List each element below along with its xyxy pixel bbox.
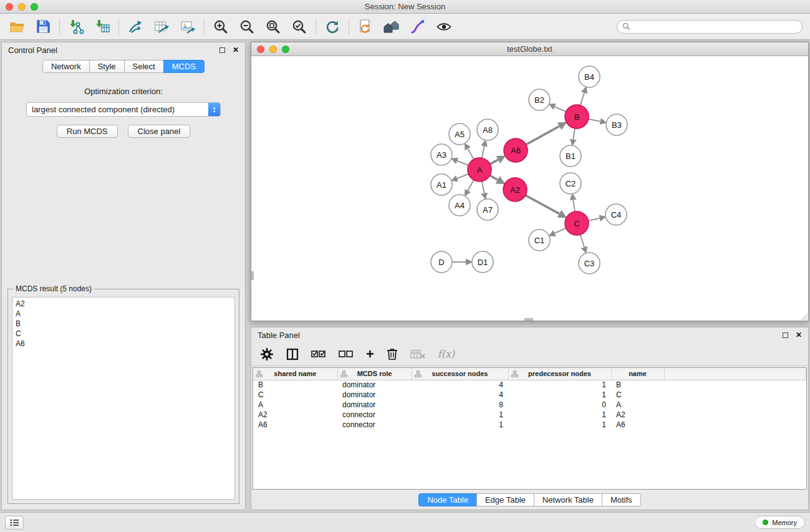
graph-node-D[interactable]: D <box>431 251 452 273</box>
delete-table-button[interactable] <box>410 347 425 362</box>
tab-mcds[interactable]: MCDS <box>163 60 205 73</box>
graph-node-B1[interactable]: B1 <box>560 145 581 167</box>
tab-edge-table[interactable]: Edge Table <box>476 493 534 506</box>
tab-network-table[interactable]: Network Table <box>534 493 602 506</box>
tab-motifs[interactable]: Motifs <box>602 493 641 506</box>
mcds-result-item[interactable]: A2 <box>16 299 231 309</box>
column-header-successor-nodes[interactable]: successor nodes <box>412 368 508 380</box>
column-header-mcds-role[interactable]: MCDS role <box>337 368 412 380</box>
network-canvas[interactable]: B4B2BB3A5A8A6B1A3AC2A1A2A4A7C4CC1C3DD1 <box>251 56 808 321</box>
zoom-out-button[interactable] <box>238 17 256 36</box>
graph-edge-A-A7[interactable] <box>482 181 485 193</box>
copy-style-button[interactable] <box>356 17 375 36</box>
close-panel-button[interactable]: Close panel <box>128 125 191 138</box>
table-row[interactable]: Bdominator41B <box>253 380 806 390</box>
tab-node-table[interactable]: Node Table <box>418 493 477 506</box>
column-header-shared-name[interactable]: shared name <box>253 368 337 380</box>
memory-button[interactable]: Memory <box>755 516 805 529</box>
close-window-button[interactable] <box>6 3 13 11</box>
graph-edge-A2-C[interactable] <box>526 195 559 214</box>
graph-edge-A-A2[interactable] <box>490 175 498 180</box>
add-column-button[interactable]: + <box>366 347 374 362</box>
import-table-button[interactable] <box>93 17 112 36</box>
graph-node-A7[interactable]: A7 <box>477 199 498 220</box>
float-panel-icon[interactable] <box>219 47 225 53</box>
tab-style[interactable]: Style <box>89 60 125 73</box>
close-panel-icon[interactable]: ✕ <box>233 46 239 54</box>
zoom-selected-button[interactable] <box>290 17 309 36</box>
select-all-button[interactable] <box>311 347 326 362</box>
graph-node-C[interactable]: C <box>565 211 589 235</box>
table-settings-button[interactable] <box>260 347 274 362</box>
graph-node-A4[interactable]: A4 <box>449 195 470 216</box>
graph-node-D1[interactable]: D1 <box>472 251 493 273</box>
unselect-all-button[interactable] <box>339 347 354 362</box>
zoom-in-button[interactable] <box>211 17 230 36</box>
graph-edge-C-C3[interactable] <box>581 235 584 247</box>
network-zoom-button[interactable] <box>282 46 289 53</box>
function-builder-button[interactable]: f(x) <box>438 347 455 362</box>
save-session-button[interactable] <box>34 17 52 36</box>
graph-edge-A6-B[interactable] <box>526 126 559 144</box>
resize-grip[interactable] <box>800 312 808 320</box>
graph-edge-A-A8[interactable] <box>482 146 485 158</box>
graph-edge-A-A1[interactable] <box>457 174 468 178</box>
graph-edge-B-B1[interactable] <box>573 128 575 140</box>
graph-node-A6[interactable]: A6 <box>504 138 528 162</box>
mcds-result-item[interactable]: A <box>16 309 231 319</box>
tab-select[interactable]: Select <box>124 60 164 73</box>
graph-node-C1[interactable]: C1 <box>529 230 550 251</box>
show-hide-button[interactable] <box>435 17 453 36</box>
zoom-window-button[interactable] <box>31 3 38 11</box>
graph-edge-C-C1[interactable] <box>555 228 566 233</box>
show-columns-button[interactable] <box>286 347 299 362</box>
column-header-predecessor-nodes[interactable]: predecessor nodes <box>508 368 611 380</box>
export-table-button[interactable] <box>152 17 171 36</box>
graph-edge-A-A3[interactable] <box>457 161 468 165</box>
zoom-fit-button[interactable] <box>264 17 282 36</box>
mcds-result-item[interactable]: B <box>16 319 231 329</box>
graph-node-B4[interactable]: B4 <box>579 66 600 87</box>
graph-node-A8[interactable]: A8 <box>477 119 498 140</box>
show-panels-button[interactable] <box>5 516 24 530</box>
delete-column-button[interactable] <box>387 347 398 362</box>
network-graph[interactable]: B4B2BB3A5A8A6B1A3AC2A1A2A4A7C4CC1C3DD1 <box>251 56 806 321</box>
export-network-button[interactable] <box>126 17 145 36</box>
graph-node-C4[interactable]: C4 <box>605 204 627 225</box>
run-mcds-button[interactable]: Run MCDS <box>57 125 118 138</box>
home-button[interactable] <box>382 17 401 36</box>
network-minimize-button[interactable] <box>269 46 277 53</box>
mcds-result-item[interactable]: C <box>16 329 231 339</box>
network-close-button[interactable] <box>257 46 264 53</box>
graph-edge-B-B4[interactable] <box>581 93 584 105</box>
mcds-result-list[interactable]: A2ABCA6 <box>12 297 235 500</box>
tab-network[interactable]: Network <box>42 60 90 73</box>
graph-node-A1[interactable]: A1 <box>431 174 452 195</box>
mcds-result-item[interactable]: A6 <box>16 339 231 349</box>
graph-node-B2[interactable]: B2 <box>529 89 550 110</box>
export-image-button[interactable] <box>178 17 197 36</box>
graph-edge-C-C4[interactable] <box>589 218 600 221</box>
table-row[interactable]: A2connector11A2 <box>253 410 806 420</box>
graph-node-A3[interactable]: A3 <box>431 144 452 165</box>
graph-node-C2[interactable]: C2 <box>560 173 581 194</box>
graph-edge-A-A6[interactable] <box>490 160 498 164</box>
float-panel-icon[interactable] <box>783 332 788 338</box>
table-row[interactable]: A6connector11A6 <box>253 420 806 430</box>
graph-node-A[interactable]: A <box>468 158 491 181</box>
minimize-window-button[interactable] <box>18 3 26 11</box>
vertical-scroll-hint[interactable] <box>251 271 254 280</box>
graph-node-A2[interactable]: A2 <box>503 178 527 201</box>
graph-edge-B-B2[interactable] <box>555 107 566 112</box>
search-field[interactable] <box>617 20 803 34</box>
graph-edge-A-A4[interactable] <box>468 180 473 191</box>
column-header-name[interactable]: name <box>611 368 664 380</box>
graph-node-A5[interactable]: A5 <box>449 123 470 145</box>
import-network-button[interactable] <box>67 17 85 36</box>
annotation-button[interactable] <box>408 17 427 36</box>
horizontal-scroll-hint[interactable] <box>524 318 533 321</box>
graph-node-C3[interactable]: C3 <box>579 253 600 274</box>
graph-edge-B-B3[interactable] <box>589 119 600 122</box>
table-row[interactable]: Cdominator41C <box>253 390 806 400</box>
close-panel-icon[interactable]: ✕ <box>796 331 802 339</box>
